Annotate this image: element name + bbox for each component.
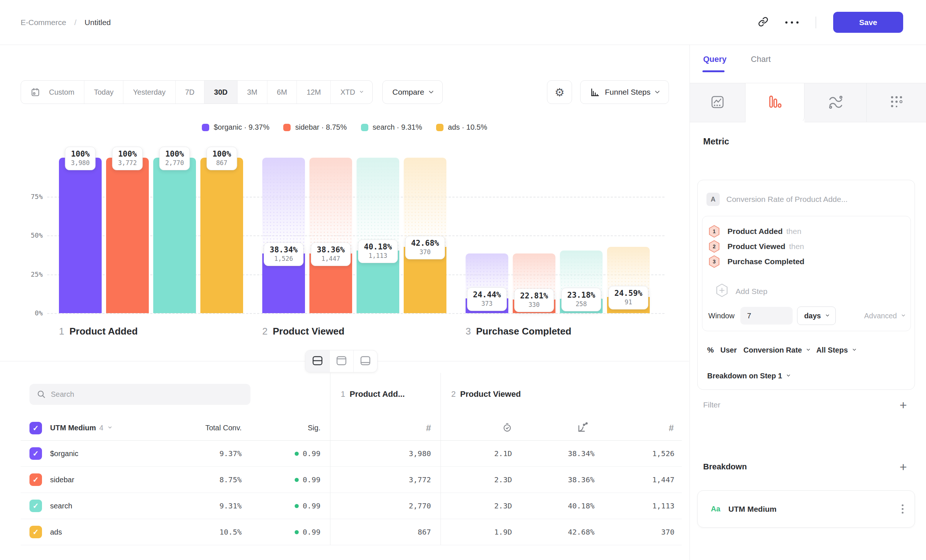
funnel-bar[interactable]	[106, 158, 149, 313]
funnel-step-row[interactable]: 2Product Viewedthen	[708, 239, 804, 254]
funnel-bar[interactable]	[59, 158, 102, 313]
table-step2-header[interactable]: 2 Product Viewed	[440, 373, 682, 416]
step-event-name: Product Viewed	[728, 242, 785, 251]
add-breakdown-button[interactable]: +	[899, 460, 907, 473]
layout-split-button[interactable]	[306, 350, 329, 372]
group-by-label[interactable]: UTM Medium	[50, 424, 96, 432]
row-checkbox[interactable]: ✓	[29, 474, 42, 486]
number-icon: #	[669, 423, 674, 433]
table-row-name-cell: ✓$organic	[21, 440, 155, 467]
share-link-button[interactable]	[758, 17, 769, 28]
bar-pct: 42.68%	[411, 239, 439, 248]
y-axis-tick: 50%	[15, 232, 43, 239]
funnels-chart-tab[interactable]	[746, 83, 805, 122]
funnel-step-row[interactable]: 1Product Addedthen	[708, 224, 802, 239]
row-step2-count: 1,447	[598, 467, 682, 493]
bar-value-label: 38.36%1,447	[311, 242, 351, 266]
step2-pct-column-header[interactable]	[516, 416, 598, 440]
bar-value-label: 100%3,980	[65, 147, 95, 170]
bar-value-label: 23.18%258	[561, 288, 601, 311]
row-step2-count: 1,113	[598, 493, 682, 519]
bar-count: 370	[411, 248, 439, 256]
bar-pct: 38.34%	[269, 245, 298, 254]
bar-value-label: 38.34%1,526	[264, 242, 304, 266]
breakdown-label: Breakdown	[703, 462, 747, 472]
breakdown-property-card[interactable]: Aa UTM Medium	[697, 490, 915, 528]
number-icon: #	[426, 423, 431, 433]
bar-count: 91	[614, 298, 642, 306]
row-checkbox[interactable]: ✓	[29, 499, 42, 512]
kebab-menu-icon[interactable]	[902, 504, 903, 513]
step1-count-column-header[interactable]: #	[330, 416, 440, 440]
insights-chart-tab[interactable]	[690, 83, 746, 122]
metric-card: A Conversion Rate of Product Adde... 1Pr…	[697, 180, 915, 390]
add-step-hexagon-icon	[716, 283, 728, 299]
metric-name[interactable]: Conversion Rate of Product Adde...	[726, 195, 847, 204]
more-menu-button[interactable]	[785, 21, 799, 24]
window-label: Window	[708, 312, 734, 320]
advanced-toggle[interactable]: Advanced	[864, 312, 905, 320]
panel-tabs: Query Chart	[703, 54, 770, 72]
row-checkbox[interactable]: ✓	[29, 447, 42, 460]
significance-dot	[295, 504, 299, 508]
step-hexagon-badge: 1	[708, 225, 720, 238]
ellipsis-icon	[785, 21, 787, 24]
row-checkbox[interactable]: ✓	[29, 526, 42, 538]
breakdown-on-step-selector[interactable]: Breakdown on Step 1	[707, 372, 790, 380]
window-value-input[interactable]	[740, 307, 793, 325]
step-label: 2Product Viewed	[262, 326, 344, 337]
row-step2-count: 1,526	[598, 440, 682, 467]
svg-text:1: 1	[713, 228, 716, 234]
group-count: 4	[99, 424, 103, 432]
row-step2-time: 2.3D	[440, 493, 516, 519]
top-view-icon	[336, 356, 346, 367]
tab-chart[interactable]: Chart	[751, 54, 771, 72]
step2-count-column-header[interactable]: #	[598, 416, 682, 440]
bar-pct: 24.44%	[473, 290, 501, 299]
bar-count: 1,113	[364, 252, 392, 259]
funnel-bar[interactable]	[153, 158, 196, 313]
table-row-name-cell: ✓sidebar	[21, 467, 155, 493]
sig-column-header[interactable]: Sig.	[244, 416, 330, 440]
steps-scope-selector[interactable]: All Steps	[816, 346, 848, 354]
bottom-view-icon	[360, 356, 371, 367]
step-name: Product Viewed	[272, 326, 344, 337]
save-button[interactable]: Save	[833, 12, 903, 33]
measure-type-selector[interactable]: Conversion Rate	[743, 346, 802, 354]
bar-count: 1,526	[269, 255, 298, 262]
retention-icon	[827, 94, 844, 112]
svg-text:2: 2	[713, 243, 716, 249]
tab-query[interactable]: Query	[703, 54, 727, 72]
bar-pct: 100%	[213, 150, 232, 159]
bar-count: 330	[520, 301, 548, 308]
table-search-cell: Search	[21, 373, 330, 416]
total-conv-column-header[interactable]: Total Conv.	[155, 416, 244, 440]
breakdown-table: Search 1 Product Add... 2 Product Viewed…	[21, 373, 682, 545]
add-filter-button[interactable]: +	[899, 399, 907, 411]
row-step1-count: 3,980	[330, 440, 440, 467]
add-step-button[interactable]: Add Step	[708, 283, 767, 299]
table-step1-header[interactable]: 1 Product Add...	[330, 373, 440, 416]
metric-section-title: Metric	[703, 136, 729, 147]
step2-time-column-header[interactable]	[440, 416, 516, 440]
layout-table-only-button[interactable]	[353, 350, 377, 372]
retention-chart-tab[interactable]	[805, 83, 867, 122]
y-axis-tick: 25%	[15, 271, 43, 278]
funnel-step-row[interactable]: 3Purchase Completed	[708, 254, 805, 269]
bar-count: 867	[213, 159, 232, 166]
split-view-icon	[312, 356, 323, 367]
bar-pct: 23.18%	[567, 291, 595, 300]
step-number: 3	[466, 326, 471, 337]
layout-chart-only-button[interactable]	[329, 350, 353, 372]
search-icon	[37, 390, 46, 399]
sig-value: 0.99	[303, 528, 321, 536]
entity-selector[interactable]: User	[720, 346, 737, 354]
flows-chart-tab[interactable]	[867, 83, 926, 122]
select-all-checkbox[interactable]: ✓	[29, 422, 42, 434]
filter-section: Filter +	[703, 399, 907, 411]
layout-toggle-group	[305, 350, 378, 372]
search-input[interactable]: Search	[29, 384, 250, 405]
funnel-bar[interactable]	[200, 158, 243, 313]
window-unit-select[interactable]: days	[797, 307, 836, 325]
percent-prefix: %	[707, 346, 714, 354]
